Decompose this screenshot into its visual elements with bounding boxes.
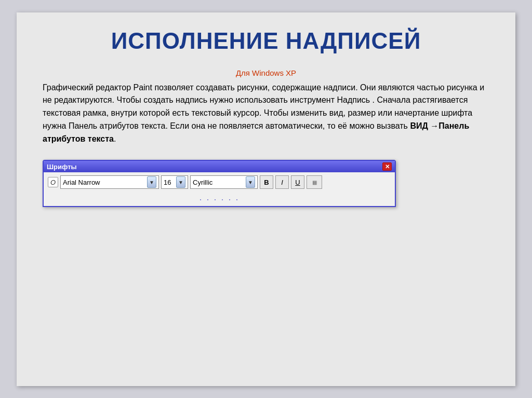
windows-xp-subtitle: Для Windows XP (43, 68, 489, 77)
dialog-bottom-decoration: · · · · · · (44, 192, 395, 206)
font-type-icon: O (48, 177, 58, 187)
body-text-end: . (114, 134, 116, 143)
extra-format-button[interactable]: ▦ (307, 175, 322, 189)
font-size-value: 16 (164, 179, 171, 186)
dialog-titlebar: Шрифты ✕ (44, 161, 395, 172)
underline-button[interactable]: U (291, 175, 304, 189)
slide: ИСПОЛНЕНИЕ НАДПИСЕЙ Для Windows XP Графи… (17, 12, 515, 386)
font-size-dropdown[interactable]: 16 ▼ (161, 175, 188, 189)
charset-dropdown[interactable]: Cyrillic ▼ (190, 175, 258, 189)
font-dialog: Шрифты ✕ O Arial Narrow ▼ 16 ▼ Cyrillic … (43, 160, 396, 207)
body-paragraph: Графический редактор Paint позволяет соз… (43, 81, 489, 146)
font-name-arrow-icon: ▼ (147, 176, 156, 188)
dialog-body: O Arial Narrow ▼ 16 ▼ Cyrillic ▼ B I U ▦ (44, 172, 395, 192)
dialog-close-button[interactable]: ✕ (382, 162, 392, 171)
font-size-arrow-icon: ▼ (176, 176, 185, 188)
charset-value: Cyrillic (193, 179, 212, 186)
font-name-value: Arial Narrow (63, 179, 100, 186)
bold-button[interactable]: B (260, 175, 273, 189)
extra-format-icon: ▦ (312, 180, 317, 185)
italic-button[interactable]: I (275, 175, 289, 189)
charset-arrow-icon: ▼ (246, 176, 255, 188)
slide-title: ИСПОЛНЕНИЕ НАДПИСЕЙ (43, 28, 489, 54)
dialog-title: Шрифты (47, 163, 77, 171)
font-name-dropdown[interactable]: Arial Narrow ▼ (60, 175, 159, 189)
